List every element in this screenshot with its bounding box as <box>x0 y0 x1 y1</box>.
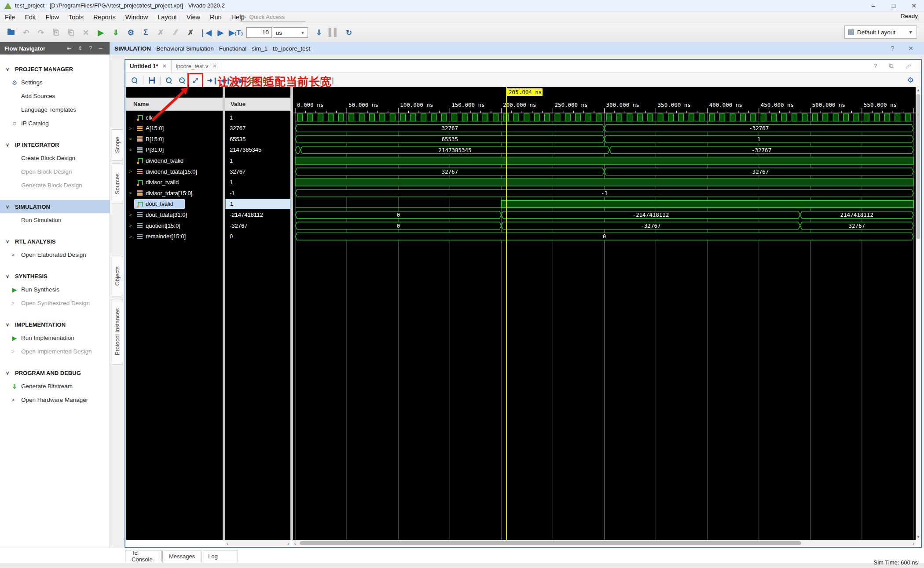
signal-value-p-31-0-[interactable]: 2147385345 <box>225 145 290 155</box>
run-time-input[interactable]: 10 <box>246 27 272 38</box>
signal-name-clk[interactable]: clk <box>126 112 223 123</box>
signal-name-dividend-tdata-15-0-[interactable]: >dividend_tdata[15:0] <box>126 166 223 177</box>
name-column-header[interactable]: Name <box>126 98 223 111</box>
flownav-section-rtl-analysis[interactable]: ∨RTL ANALYSIS <box>0 235 110 248</box>
signal-name-b-15-0-[interactable]: >B[15:0] <box>126 134 223 144</box>
close-button[interactable]: ✕ <box>904 0 924 11</box>
scroll-up-icon[interactable]: ▲ <box>916 87 921 93</box>
menu-window[interactable]: Window <box>121 11 153 23</box>
close-icon[interactable]: ✕ <box>213 63 216 69</box>
scrollbar-thumb[interactable] <box>917 94 920 239</box>
flownav-section-program-and-debug[interactable]: ∨PROGRAM AND DEBUG <box>0 366 110 379</box>
signal-value-a-15-0-[interactable]: 32767 <box>225 123 290 134</box>
flownav-item-open-hardware-manager[interactable]: >Open Hardware Manager <box>0 393 110 407</box>
editor-tab-ipcore-test-v[interactable]: ipcore_test.v✕ <box>172 60 222 73</box>
panel-corner-icons[interactable]: ? ⧉ ⬀ <box>874 62 917 69</box>
signal-value-dout-tvalid[interactable]: 1 <box>225 199 290 209</box>
signal-name-quotient-15-0-[interactable]: >quotient[15:0] <box>126 220 223 231</box>
signal-name-divisor-tdata-15-0-[interactable]: >divisor_tdata[15:0] <box>126 188 223 198</box>
console-tab-tcl-console[interactable]: Tcl Console <box>125 550 162 562</box>
settings-icon[interactable]: ⚙ <box>124 26 137 39</box>
value-column-header[interactable]: Value <box>225 98 290 111</box>
zoom-in-icon[interactable]: + <box>163 75 175 86</box>
flownav-item-open-elaborated-design[interactable]: >Open Elaborated Design <box>0 248 110 262</box>
run-icon[interactable]: ▶ <box>94 26 107 39</box>
wave-settings-gear-icon[interactable]: ⚙ <box>907 76 914 85</box>
open-project-icon[interactable] <box>4 26 18 39</box>
signal-value-remainder-15-0-[interactable]: 0 <box>225 231 290 242</box>
flownav-section-ip-integrator[interactable]: ∨IP INTEGRATOR <box>0 138 110 151</box>
flownav-item-create-block-design[interactable]: Create Block Design <box>0 151 110 165</box>
flownav-item-language-templates[interactable]: Language Templates <box>0 103 110 117</box>
time-unit-select[interactable]: us▼ <box>273 27 308 38</box>
signal-value-dividend-tdata-15-0-[interactable]: 32767 <box>225 166 290 177</box>
signal-value-divisor-tdata-15-0-[interactable]: -1 <box>225 188 290 198</box>
signal-value-quotient-15-0-[interactable]: -32767 <box>225 220 290 231</box>
scroll-right-icon[interactable]: › <box>913 541 914 546</box>
zoom-out-icon[interactable]: − <box>176 75 188 86</box>
side-tab-objects[interactable]: Objects <box>112 256 123 296</box>
restart-icon[interactable]: ❘◀ <box>199 26 212 39</box>
menu-file[interactable]: File <box>0 11 20 23</box>
run-for-time-icon[interactable]: ▶₍T₎ <box>229 26 243 39</box>
flownav-item-ip-catalog[interactable]: ⌗IP Catalog <box>0 117 110 130</box>
console-tab-log[interactable]: Log <box>202 550 238 562</box>
quick-access-search[interactable]: Q· Quick Access <box>240 13 305 22</box>
maximize-button[interactable]: □ <box>884 0 904 11</box>
flownav-section-implementation[interactable]: ∨IMPLEMENTATION <box>0 318 110 331</box>
minimize-button[interactable]: – <box>863 0 884 11</box>
flownav-item-run-simulation[interactable]: Run Simulation <box>0 213 110 227</box>
simulation-header-icons[interactable]: ? ✕ <box>891 45 920 52</box>
step-icon[interactable]: ⇩ <box>312 26 326 39</box>
expand-icon[interactable]: > <box>129 234 132 239</box>
save-waveform-icon[interactable] <box>146 75 158 86</box>
menu-flow[interactable]: Flow <box>40 11 64 23</box>
signal-value-clk[interactable]: 1 <box>225 112 290 123</box>
signal-name-a-15-0-[interactable]: >A[15:0] <box>126 123 223 134</box>
expand-icon[interactable]: > <box>129 169 132 174</box>
find-icon[interactable] <box>129 75 140 86</box>
menu-tools[interactable]: Tools <box>64 11 88 23</box>
signal-name-divisor-tvalid[interactable]: divisor_tvalid <box>126 177 223 188</box>
side-tab-sources[interactable]: Sources <box>112 164 123 204</box>
zoom-fit-icon[interactable]: ⤢ <box>190 75 201 86</box>
scroll-left-icon[interactable]: ‹ <box>227 541 228 546</box>
flow-navigator-header-icons[interactable]: ⇤ ⇕ ? ─ <box>67 45 105 51</box>
scroll-right-icon[interactable]: › <box>287 541 289 546</box>
signal-name-dividend-tvalid[interactable]: dividend_tvalid <box>126 155 223 166</box>
menu-view[interactable]: View <box>182 11 205 23</box>
expand-icon[interactable]: > <box>129 136 132 142</box>
flownav-section-simulation[interactable]: ∨SIMULATION <box>0 200 110 213</box>
signal-name-dout-tdata-31-0-[interactable]: >dout_tdata[31:0] <box>126 209 223 220</box>
signal-name-p-31-0-[interactable]: >P[31:0] <box>126 145 223 155</box>
value-column-scrollbar[interactable]: ‹ › <box>225 540 290 546</box>
expand-icon[interactable]: > <box>129 212 132 217</box>
vertical-scrollbar[interactable]: ▲ ▼ <box>916 87 921 540</box>
relaunch-icon[interactable]: ↻ <box>342 26 356 39</box>
flownav-item-add-sources[interactable]: Add Sources <box>0 89 110 103</box>
waveform-scrollbar[interactable]: ‹ › <box>293 540 916 546</box>
scroll-down-icon[interactable]: ▼ <box>916 534 921 540</box>
scrollbar-thumb[interactable] <box>300 541 801 545</box>
editor-tab-untitled-1-[interactable]: Untitled 1*✕ <box>125 60 172 73</box>
clear-breakpoints-icon[interactable]: ✗ <box>184 26 197 39</box>
flownav-section-synthesis[interactable]: ∨SYNTHESIS <box>0 269 110 283</box>
side-tab-protocol-instances[interactable]: Protocol Instances <box>112 299 123 365</box>
menu-edit[interactable]: Edit <box>20 11 40 23</box>
signal-value-dividend-tvalid[interactable]: 1 <box>225 155 290 166</box>
expand-icon[interactable]: > <box>129 223 132 228</box>
layout-selector[interactable]: Default Layout ▼ <box>844 25 917 39</box>
expand-icon[interactable]: > <box>129 147 132 153</box>
console-tab-messages[interactable]: Messages <box>162 550 201 562</box>
flownav-item-run-implementation[interactable]: ▶Run Implementation <box>0 331 110 345</box>
run-all-icon[interactable]: ▶ <box>214 26 227 39</box>
flownav-item-settings[interactable]: ⚙Settings <box>0 76 110 89</box>
waveform-display[interactable]: 0.000 ns50.000 ns100.000 ns150.000 ns200… <box>293 87 916 540</box>
menu-reports[interactable]: Reports <box>88 11 121 23</box>
menu-run[interactable]: Run <box>205 11 227 23</box>
signal-name-dout-tvalid[interactable]: dout_tvalid <box>126 199 223 209</box>
close-icon[interactable]: ✕ <box>162 63 166 69</box>
scroll-left-icon[interactable]: ‹ <box>294 541 296 546</box>
flownav-item-generate-bitstream[interactable]: ⇓Generate Bitstream <box>0 379 110 393</box>
expand-icon[interactable]: > <box>129 126 132 131</box>
